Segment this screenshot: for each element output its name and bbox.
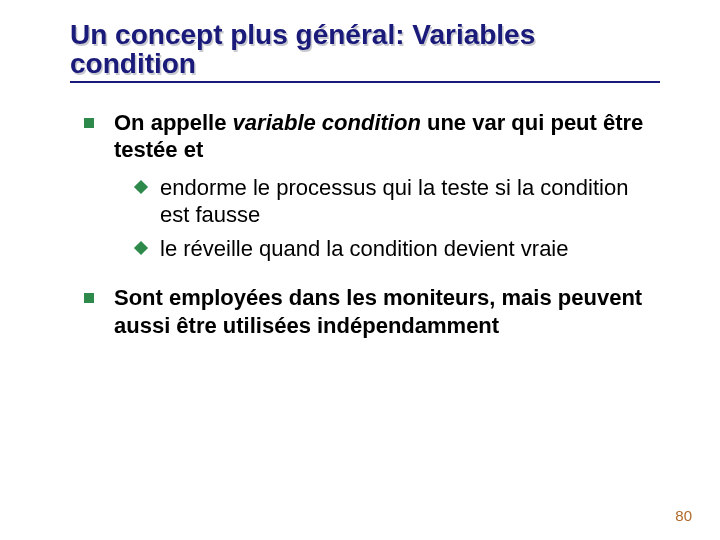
square-bullet-icon — [84, 293, 94, 303]
page-number: 80 — [675, 507, 692, 524]
bullet-1-em: variable condition — [233, 110, 421, 135]
square-bullet-icon — [84, 118, 94, 128]
diamond-bullet-icon — [134, 180, 148, 194]
sub-2-lead: le — [160, 236, 177, 261]
bullet-list: On appelle variable condition une var qu… — [70, 109, 660, 340]
sub-item-1: endorme le processus qui la teste si la … — [136, 174, 660, 229]
bullet-item-1: On appelle variable condition une var qu… — [84, 109, 660, 263]
bullet-1-pre: On appelle — [114, 110, 233, 135]
sub-item-2: le réveille quand la condition devient v… — [136, 235, 660, 263]
sub-1-lead: endorme — [160, 175, 247, 200]
bullet-2-text: Sont employées dans les moniteurs, mais … — [114, 285, 642, 338]
slide: Un concept plus général: Variables condi… — [0, 0, 720, 540]
bullet-item-2: Sont employées dans les moniteurs, mais … — [84, 284, 660, 339]
sub-2-rest: réveille quand la condition devient vrai… — [177, 236, 568, 261]
sub-list-1: endorme le processus qui la teste si la … — [114, 174, 660, 263]
slide-title: Un concept plus général: Variables condi… — [70, 20, 660, 83]
diamond-bullet-icon — [134, 241, 148, 255]
